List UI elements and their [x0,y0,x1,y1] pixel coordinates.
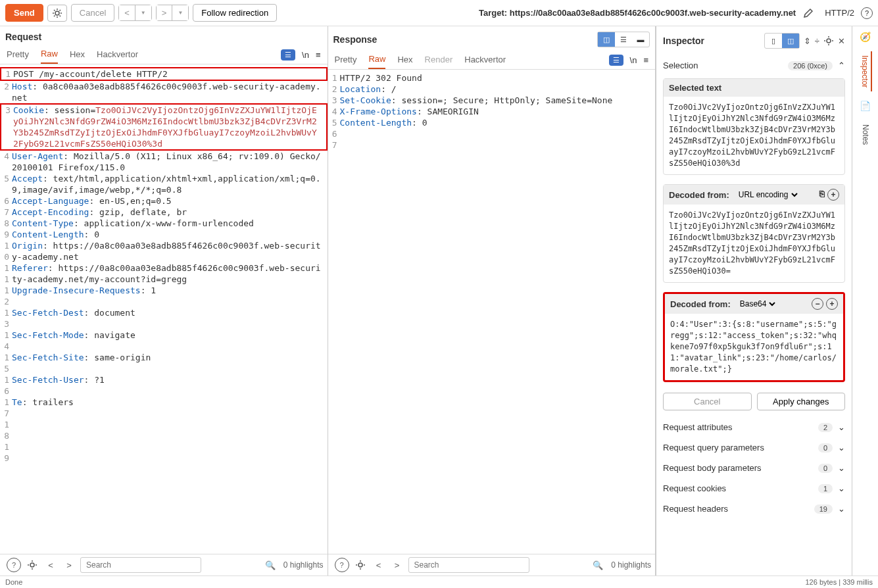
collapse-icon[interactable]: ÷ [815,36,819,46]
request-highlights: 0 highlights [283,560,324,570]
status-right: 126 bytes | 339 millis [805,578,873,586]
inspector-title: Inspector [663,36,760,46]
help-button[interactable]: ? [861,7,873,19]
plus-icon[interactable]: + [826,298,838,310]
inspector-layout-toggle[interactable]: ▯ ◫ [764,33,800,49]
status-left: Done [5,578,22,586]
inspector-cancel-button[interactable]: Cancel [663,393,752,410]
selection-label: Selection [663,61,788,70]
search-icon: 🔍 [593,560,603,570]
history-nav: < ▼ [118,5,152,21]
settings-icon[interactable] [25,558,39,572]
newline-toggle[interactable]: \n [302,50,309,60]
settings-icon[interactable] [353,558,368,572]
right-sidebar: 🧭 Inspector 📄 Notes [852,26,878,576]
inspector-panel: Inspector ▯ ◫ ⇕ ÷ ✕ Selection 206 (0xce)… [656,26,852,576]
top-toolbar: Send Cancel < ▼ > ▼ Follow redirection T… [0,0,878,26]
gear-icon [52,8,62,18]
layout-rows-icon[interactable]: ☰ [615,32,632,47]
next-match-icon[interactable]: > [390,558,404,572]
decoded-base64-select[interactable]: Base64 [737,299,777,309]
tab-pretty[interactable]: Pretty [7,49,29,63]
response-pane: Response ◫ ☰ ▬ PrettyRawHexRenderHackver… [328,26,656,576]
inspector-gear-icon[interactable] [823,36,834,46]
help-icon[interactable]: ? [7,558,21,572]
request-title: Request [5,32,41,42]
svg-point-2 [358,563,362,567]
svg-point-0 [55,11,59,15]
response-search-input[interactable] [408,557,529,573]
request-search-input[interactable] [80,557,201,573]
selected-text-value[interactable]: Tzo0OiJVc2VyIjozOntzOjg6InVzZXJuYW1lIjtz… [664,97,844,174]
next-match-icon[interactable]: > [62,558,76,572]
selection-size-badge: 206 (0xce) [788,61,833,70]
minus-icon[interactable]: − [812,298,823,310]
prev-match-icon[interactable]: < [372,558,386,572]
tab-hex[interactable]: Hex [397,55,412,68]
decoded-url-header: Decoded from: URL encoding ⎘+ [664,185,844,205]
tab-raw[interactable]: Raw [368,54,385,69]
sidebar-tab-inspector[interactable]: Inspector [859,51,872,91]
decoded-base64-header: Decoded from: Base64 −+ [665,294,843,314]
actions-button[interactable]: ☰ [281,49,295,61]
decoded-url-value[interactable]: Tzo0OiJVc2VyIjozOntzOjg6InVzZXJuYW1lIjtz… [664,205,844,282]
response-highlights: 0 highlights [611,560,651,570]
layout-combined-icon[interactable]: ▬ [632,32,649,47]
edit-target-button[interactable] [800,5,817,22]
forward-button[interactable]: > [157,5,173,20]
send-options-button[interactable] [47,5,67,22]
wrap-toggle[interactable]: ≡ [643,55,648,65]
sidebar-tab-notes[interactable]: Notes [860,120,871,149]
help-icon[interactable]: ? [335,558,349,572]
inspector-section[interactable]: Request cookies1⌄ [656,478,852,499]
inspector-section[interactable]: Request headers19⌄ [656,499,852,519]
svg-point-3 [827,39,831,43]
protocol-label: HTTP/2 [825,8,854,18]
decoded-url-select[interactable]: URL encoding [736,189,800,200]
tab-raw[interactable]: Raw [41,49,58,64]
history-nav-fwd: > ▼ [156,5,189,21]
inspector-section[interactable]: Request body parameters0⌄ [656,458,852,478]
follow-redirection-button[interactable]: Follow redirection [193,4,277,22]
actions-button[interactable]: ☰ [609,55,623,66]
wrap-toggle[interactable]: ≡ [316,50,321,60]
layout-b-icon[interactable]: ◫ [782,34,799,48]
expand-icon[interactable]: ⇕ [804,36,811,46]
response-editor[interactable]: 1HTTP/2 302 Found2Location: /3Set-Cookie… [328,70,656,554]
inspector-section[interactable]: Request query parameters0⌄ [656,437,852,458]
back-button[interactable]: < [119,5,135,20]
svg-point-1 [30,563,34,567]
pencil-icon [802,7,814,19]
tab-hackvertor[interactable]: Hackvertor [464,55,506,68]
add-icon[interactable]: + [827,189,839,201]
cancel-button[interactable]: Cancel [71,4,114,22]
request-tabs: PrettyRawHexHackvertor ☰ \n ≡ [0,42,328,64]
search-icon: 🔍 [265,560,276,570]
layout-toggle[interactable]: ◫ ☰ ▬ [597,32,650,47]
send-button[interactable]: Send [5,4,43,22]
back-dropdown[interactable]: ▼ [135,5,151,20]
newline-toggle[interactable]: \n [630,55,637,65]
response-title: Response [333,34,378,45]
forward-dropdown[interactable]: ▼ [172,5,188,20]
tab-hackvertor[interactable]: Hackvertor [97,49,138,63]
tab-pretty[interactable]: Pretty [335,55,357,68]
layout-a-icon[interactable]: ▯ [765,34,782,48]
inspector-tab-icon: 🧭 [860,32,871,42]
tab-render[interactable]: Render [425,55,453,68]
notes-tab-icon: 📄 [860,101,871,111]
apply-changes-button[interactable]: Apply changes [757,393,846,410]
prev-match-icon[interactable]: < [43,558,58,572]
tab-hex[interactable]: Hex [70,49,85,63]
request-editor[interactable]: 1POST /my-account/delete HTTP/22Host: 0a… [0,64,328,554]
layout-columns-icon[interactable]: ◫ [598,32,615,47]
chevron-up-icon[interactable]: ⌃ [838,61,845,70]
close-icon[interactable]: ✕ [838,36,845,46]
decoded-base64-value[interactable]: O:4:"User":3:{s:8:"username";s:5:"gregg"… [665,314,843,380]
response-tabs: PrettyRawHexRenderHackvertor ☰ \n ≡ [328,47,656,70]
selected-text-header: Selected text [664,79,844,97]
status-bar: Done 126 bytes | 339 millis [0,576,878,588]
request-pane: Request PrettyRawHexHackvertor ☰ \n ≡ 1P… [0,26,328,576]
copy-icon[interactable]: ⎘ [819,189,825,201]
inspector-section[interactable]: Request attributes2⌄ [656,417,852,437]
